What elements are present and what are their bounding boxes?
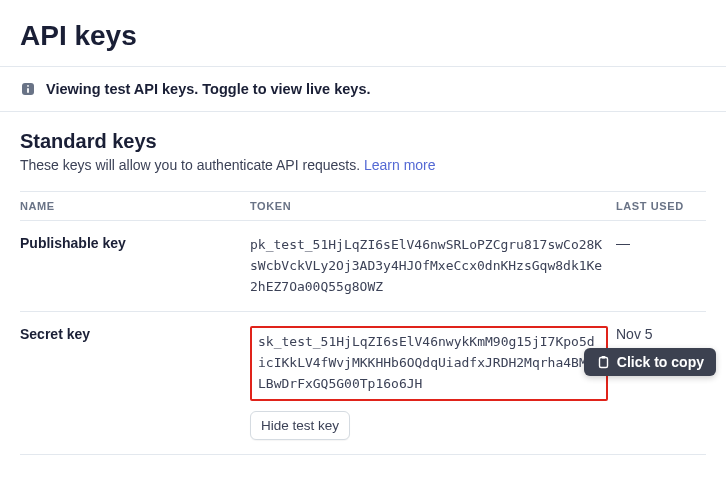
col-header-token: TOKEN <box>250 192 616 221</box>
copy-tooltip[interactable]: Click to copy <box>584 348 716 376</box>
standard-keys-section: Standard keys These keys will allow you … <box>0 130 726 455</box>
section-title: Standard keys <box>20 130 706 153</box>
info-icon <box>20 81 36 97</box>
col-header-name: NAME <box>20 192 250 221</box>
learn-more-link[interactable]: Learn more <box>364 157 436 173</box>
key-token[interactable]: sk_test_51HjLqZI6sElV46nwykKmM90g15jI7Kp… <box>250 326 608 400</box>
key-token[interactable]: pk_test_51HjLqZI6sElV46nwSRLoPZCgru817sw… <box>250 235 608 297</box>
section-desc-text: These keys will allow you to authenticat… <box>20 157 364 173</box>
svg-rect-2 <box>27 88 29 93</box>
svg-rect-3 <box>599 358 607 368</box>
section-description: These keys will allow you to authenticat… <box>20 157 706 173</box>
table-row: Secret key sk_test_51HjLqZI6sElV46nwykKm… <box>20 312 706 454</box>
last-used: — <box>616 221 706 312</box>
copy-tooltip-label: Click to copy <box>617 354 704 370</box>
svg-rect-1 <box>27 85 29 87</box>
notice-bar: Viewing test API keys. Toggle to view li… <box>0 67 726 112</box>
page-header: API keys <box>0 0 726 67</box>
last-used: Nov 5 <box>616 312 706 454</box>
notice-text: Viewing test API keys. Toggle to view li… <box>46 81 371 97</box>
key-name: Publishable key <box>20 221 250 312</box>
col-header-last-used: LAST USED <box>616 192 706 221</box>
svg-rect-4 <box>601 356 605 358</box>
keys-table: NAME TOKEN LAST USED Publishable key pk_… <box>20 191 706 455</box>
table-row: Publishable key pk_test_51HjLqZI6sElV46n… <box>20 221 706 312</box>
spacer <box>0 112 726 130</box>
key-name: Secret key <box>20 312 250 454</box>
hide-test-key-button[interactable]: Hide test key <box>250 411 350 440</box>
clipboard-icon <box>596 355 610 369</box>
page-title: API keys <box>20 20 706 52</box>
